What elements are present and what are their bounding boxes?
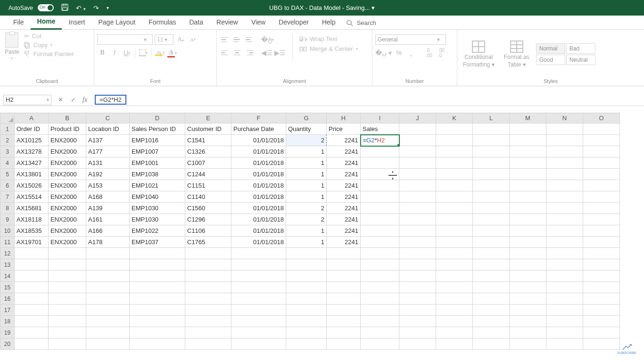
cell[interactable] <box>49 293 86 304</box>
cell[interactable] <box>399 157 436 169</box>
cell[interactable] <box>583 169 620 180</box>
save-icon[interactable] <box>58 4 72 12</box>
cell[interactable] <box>399 259 436 271</box>
cell[interactable] <box>327 282 361 293</box>
cell[interactable] <box>583 225 620 237</box>
enter-formula-icon[interactable]: ✓ <box>71 96 76 103</box>
cell[interactable]: EMP1021 <box>130 180 185 191</box>
cell[interactable] <box>510 225 546 237</box>
cell[interactable] <box>473 327 510 338</box>
cell[interactable] <box>436 225 473 237</box>
cell[interactable]: Order ID <box>15 123 49 135</box>
cell[interactable] <box>436 338 473 350</box>
cell[interactable] <box>327 338 361 350</box>
cell[interactable]: ENX2000 <box>49 157 86 169</box>
cell[interactable] <box>436 316 473 327</box>
format-as-table-button[interactable]: Format as Table ▾ <box>501 39 532 70</box>
cell[interactable]: Location ID <box>86 123 130 135</box>
cell[interactable] <box>185 282 231 293</box>
italic-button[interactable]: I <box>109 48 120 58</box>
cell[interactable] <box>361 338 399 350</box>
cell[interactable]: C1765 <box>185 237 231 248</box>
cell[interactable] <box>130 293 185 304</box>
cell[interactable]: ENX2000 <box>49 191 86 203</box>
cell[interactable] <box>473 169 510 180</box>
cell[interactable] <box>399 304 436 316</box>
cell[interactable]: C1244 <box>185 169 231 180</box>
cell[interactable] <box>399 316 436 327</box>
cell[interactable]: AX15681 <box>15 203 49 214</box>
row-header[interactable]: 8 <box>0 203 15 214</box>
col-header[interactable]: N <box>546 113 583 123</box>
cell[interactable] <box>436 304 473 316</box>
col-header[interactable]: L <box>473 113 510 123</box>
tab-review[interactable]: Review <box>210 16 245 29</box>
cell[interactable] <box>473 282 510 293</box>
cell[interactable] <box>49 259 86 271</box>
col-header[interactable]: H <box>327 113 361 123</box>
cell[interactable] <box>49 304 86 316</box>
cell[interactable] <box>510 214 546 225</box>
cell[interactable] <box>546 327 583 338</box>
cell[interactable] <box>436 293 473 304</box>
cell[interactable] <box>473 135 510 146</box>
cell[interactable] <box>231 338 286 350</box>
cell[interactable] <box>546 146 583 157</box>
cell[interactable]: EMP1037 <box>130 237 185 248</box>
cell[interactable] <box>546 237 583 248</box>
orientation-icon[interactable]: �ტ ▾ <box>261 34 274 45</box>
cell[interactable]: C1560 <box>185 203 231 214</box>
cell[interactable]: C1326 <box>185 146 231 157</box>
cell[interactable]: C1140 <box>185 191 231 203</box>
align-middle-icon[interactable] <box>232 34 242 45</box>
col-header[interactable]: C <box>86 113 130 123</box>
cell[interactable]: 2241 <box>327 203 361 214</box>
cell[interactable] <box>86 282 130 293</box>
cell[interactable] <box>15 259 49 271</box>
cell[interactable]: ENX2000 <box>49 180 86 191</box>
cell[interactable] <box>86 327 130 338</box>
cell[interactable]: Sales <box>361 123 399 135</box>
cell[interactable] <box>49 316 86 327</box>
cell[interactable]: 2241 <box>327 237 361 248</box>
cell[interactable] <box>286 248 327 259</box>
cell[interactable] <box>546 169 583 180</box>
cell[interactable] <box>86 293 130 304</box>
cell[interactable]: 01/01/2018 <box>231 146 286 157</box>
tab-page-layout[interactable]: Page Layout <box>91 16 142 29</box>
cell[interactable] <box>399 180 436 191</box>
cell[interactable] <box>436 157 473 169</box>
cell[interactable]: AX18535 <box>15 225 49 237</box>
cell[interactable] <box>130 327 185 338</box>
cell[interactable]: AX15026 <box>15 180 49 191</box>
cell[interactable] <box>546 157 583 169</box>
cell[interactable] <box>583 248 620 259</box>
cell[interactable] <box>546 214 583 225</box>
tab-file[interactable]: File <box>7 16 31 29</box>
style-neutral[interactable]: Neutral <box>566 55 595 65</box>
col-header[interactable]: B <box>49 113 86 123</box>
cell[interactable]: A177 <box>86 146 130 157</box>
cell[interactable] <box>361 282 399 293</box>
cell[interactable]: ENX2000 <box>49 146 86 157</box>
cell[interactable] <box>510 180 546 191</box>
cell[interactable]: 01/01/2018 <box>231 203 286 214</box>
tab-developer[interactable]: Developer <box>272 16 315 29</box>
cell[interactable]: A178 <box>86 237 130 248</box>
align-center-icon[interactable] <box>232 48 242 58</box>
cell[interactable] <box>86 259 130 271</box>
cell[interactable] <box>436 282 473 293</box>
undo-icon[interactable]: ↶ ▾ <box>72 4 90 12</box>
cell[interactable] <box>473 338 510 350</box>
conditional-formatting-button[interactable]: Conditional Formatting ▾ <box>460 39 497 70</box>
style-normal[interactable]: Normal <box>536 43 565 54</box>
cell[interactable]: EMP1030 <box>130 203 185 214</box>
cell[interactable] <box>231 259 286 271</box>
cell[interactable] <box>286 282 327 293</box>
cell[interactable]: 1 <box>286 146 327 157</box>
cell[interactable] <box>473 316 510 327</box>
cell[interactable]: 2 <box>286 203 327 214</box>
cell[interactable] <box>130 316 185 327</box>
cell[interactable] <box>399 135 436 146</box>
cell[interactable] <box>436 214 473 225</box>
